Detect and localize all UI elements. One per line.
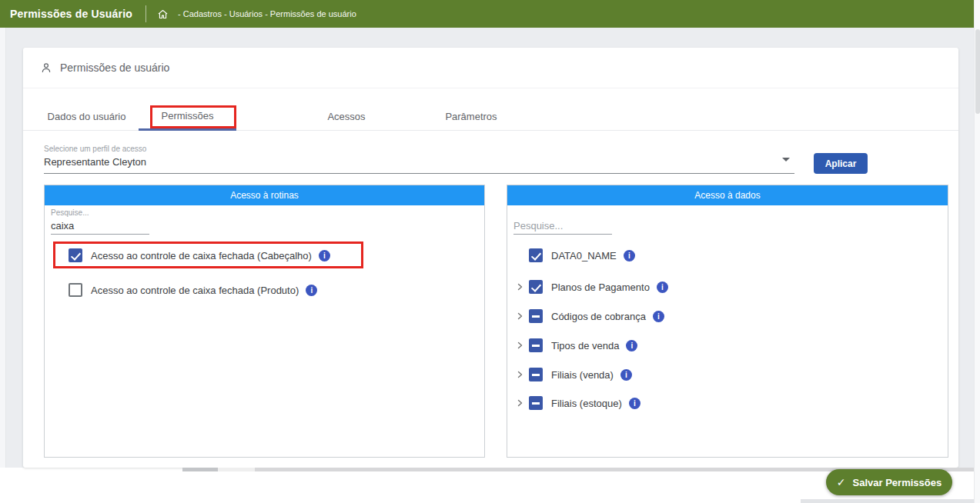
vertical-scrollbar-thumb[interactable] [975, 29, 980, 114]
info-icon[interactable]: i [319, 250, 330, 261]
tab-label: Dados do usuário [48, 111, 126, 122]
routines-panel-title: Acesso à rotinas [45, 185, 484, 205]
left-gutter [0, 28, 6, 468]
profile-select-label: Selecione um perfil de acesso [44, 143, 794, 153]
section-title: Permissões de usuário [60, 62, 169, 74]
permission-item-label: DATA0_NAME [551, 250, 617, 261]
permission-item: Acesso ao controle de caixa fechada (Pro… [69, 283, 317, 297]
expand-chevron-icon[interactable] [517, 399, 523, 407]
checkbox[interactable] [529, 396, 543, 410]
horizontal-scrollbar-thumb[interactable] [182, 468, 218, 471]
checkbox[interactable] [529, 280, 543, 294]
permission-item-label: Tipos de venda [551, 340, 619, 351]
permission-item-label: Códigos de cobrança [551, 311, 646, 322]
tab-permissões[interactable]: Permissões [139, 102, 236, 131]
tab-parâmetros[interactable]: Parâmetros [417, 102, 525, 131]
routines-search: Pesquise... [51, 208, 151, 235]
permission-item-label: Acesso ao controle de caixa fechada (Cab… [91, 250, 312, 261]
info-icon[interactable]: i [657, 281, 668, 293]
header-divider [145, 5, 146, 22]
info-icon[interactable]: i [629, 398, 641, 409]
routines-panel: Acesso à rotinas Pesquise... Acesso ao c… [44, 185, 485, 458]
permission-item: Tipos de venda i [517, 338, 637, 352]
info-icon[interactable]: i [624, 250, 635, 261]
permission-item: Códigos de cobrança i [517, 309, 664, 323]
tab-label: Acessos [327, 111, 365, 122]
tab-label: Parâmetros [445, 111, 497, 122]
app-header: Permissões de Usuário - Cadastros - Usuá… [0, 0, 974, 28]
data-search-input[interactable] [513, 219, 612, 235]
permission-item: Filiais (estoque) i [517, 396, 641, 410]
home-icon[interactable] [157, 8, 169, 20]
permission-item: Planos de Pagamento i [517, 280, 668, 294]
info-icon[interactable]: i [626, 340, 637, 351]
permission-item-label: Filiais (venda) [551, 369, 614, 381]
info-icon[interactable]: i [653, 311, 664, 322]
app-title: Permissões de Usuário [0, 8, 132, 20]
info-icon[interactable]: i [620, 369, 632, 381]
permission-item-label: Filiais (estoque) [551, 398, 622, 409]
permission-item: Filiais (venda) i [517, 368, 632, 381]
permission-item: DATA0_NAME i [517, 248, 635, 262]
routines-search-input[interactable] [51, 219, 149, 235]
checkbox[interactable] [529, 248, 543, 262]
checkbox[interactable] [69, 283, 82, 297]
app-window: Permissões de Usuário - Cadastros - Usuá… [0, 0, 980, 503]
card-header: Permissões de usuário [23, 48, 958, 88]
permissions-card: Permissões de usuário Dados do usuárioPe… [23, 48, 958, 468]
expand-chevron-icon[interactable] [517, 341, 523, 349]
profile-select[interactable]: Selecione um perfil de acesso Representa… [44, 143, 794, 174]
vertical-scrollbar[interactable] [974, 0, 980, 503]
breadcrumb[interactable]: - Cadastros - Usuários - Permissões de u… [178, 9, 356, 18]
tab-label: Permissões [162, 110, 214, 122]
profile-select-value: Representante Cleyton [44, 153, 794, 168]
permission-item-label: Planos de Pagamento [551, 281, 650, 293]
dropdown-arrow-icon[interactable] [782, 158, 790, 162]
check-icon: ✓ [837, 476, 846, 488]
tab-bar: Dados do usuárioPermissõesAcessosParâmet… [23, 102, 958, 131]
permission-item: Acesso ao controle de caixa fechada (Cab… [69, 248, 330, 262]
checkbox[interactable] [69, 248, 82, 262]
bottom-sliver [801, 499, 980, 503]
user-icon [40, 62, 52, 74]
permission-item-label: Acesso ao controle de caixa fechada (Pro… [91, 285, 299, 296]
info-icon[interactable]: i [306, 285, 317, 296]
apply-button[interactable]: Aplicar [814, 153, 868, 174]
tab-dados-do-usuário[interactable]: Dados do usuário [35, 102, 139, 131]
checkbox[interactable] [529, 309, 543, 323]
tab-acessos[interactable]: Acessos [293, 102, 400, 131]
data-search [513, 208, 614, 235]
checkbox[interactable] [529, 368, 543, 381]
routines-search-label: Pesquise... [51, 208, 151, 218]
expand-chevron-icon[interactable] [517, 312, 523, 320]
checkbox[interactable] [529, 338, 543, 352]
data-panel-title: Acesso à dados [507, 185, 948, 205]
expand-chevron-icon[interactable] [517, 283, 523, 291]
data-panel: Acesso à dados DATA0_NAME i Planos de Pa… [507, 185, 948, 458]
save-permissions-label: Salvar Permissões [853, 477, 942, 488]
save-permissions-button[interactable]: ✓ Salvar Permissões [826, 469, 952, 495]
expand-chevron-icon[interactable] [517, 371, 523, 378]
